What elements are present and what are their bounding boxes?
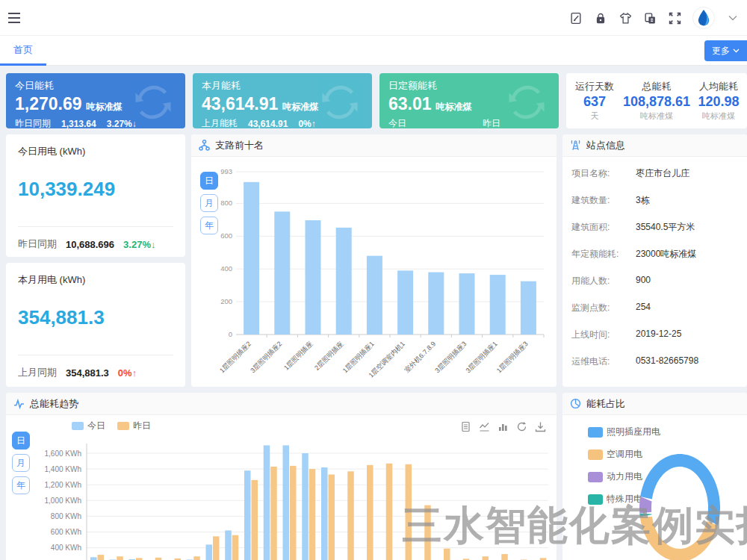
- svg-text:1,600 KWh: 1,600 KWh: [45, 449, 81, 458]
- more-button-label: 更多: [712, 45, 730, 57]
- svg-text:3层照明插座2: 3层照明插座2: [249, 340, 283, 374]
- svg-text:1层照明插座3: 1层照明插座3: [495, 340, 530, 374]
- stat-unit: 吨标准煤: [690, 111, 747, 122]
- svg-text:1层照明插座2: 1层照明插座2: [218, 340, 252, 374]
- kpi-card-daily-quota-energy: 日定额能耗 63.01吨标准煤 今日占比:2,016.54% 昨日占比:2,08…: [379, 73, 559, 128]
- kpi-value: 1,270.69: [15, 94, 82, 113]
- stat-running-days: 运行天数 637 天: [566, 80, 623, 122]
- usage-title: 本月用电 (kWh): [18, 273, 173, 287]
- energy-share-panel: 能耗占比 照明插座用电 空调用电 动力用电 特殊用电: [562, 393, 747, 560]
- kpi-share-label: 昨日占比:: [483, 117, 501, 128]
- stat-value: 120.98: [690, 94, 747, 110]
- lock-icon[interactable]: [594, 11, 607, 25]
- site-info-rows: 项目名称:枣庄市台儿庄 建筑数量:3栋 建筑面积:35540.5平方米 年定额能…: [562, 157, 747, 382]
- tab-bar: 首页 更多: [0, 36, 747, 66]
- branch-panel-header: 支路前十名: [191, 134, 557, 157]
- site-row: 监测点数:254: [571, 302, 738, 329]
- svg-text:1,000 KWh: 1,000 KWh: [45, 497, 81, 505]
- kpi-unit: 吨标准煤: [282, 102, 318, 112]
- svg-text:400: 400: [220, 264, 232, 273]
- usage-card-month: 本月用电 (kWh) 354,881.3 上月同期 354,881.3 0%↑: [6, 263, 185, 387]
- branch-panel-title: 支路前十名: [215, 139, 264, 152]
- kpi-value: 63.01: [388, 94, 432, 113]
- energy-trend-chart: 1,600 KWh1,400 KWh1,200 KWh1,000 KWh800 …: [6, 429, 557, 560]
- trend-pulse-icon: [13, 398, 25, 409]
- svg-text:400 KWh: 400 KWh: [51, 544, 81, 552]
- more-chevron-icon: [733, 49, 740, 53]
- usage-card-today: 今日用电 (kWh) 10,339.249 昨日同期 10,688.696 3.…: [6, 134, 185, 257]
- usage-compare-label: 昨日同期: [18, 237, 57, 251]
- trend-panel-title: 总能耗趋势: [30, 397, 78, 411]
- kpi-delta: 0%↑: [298, 119, 315, 129]
- share-panel-title: 能耗占比: [586, 397, 625, 411]
- svg-text:1层照明插座1: 1层照明插座1: [341, 340, 376, 374]
- copy-icon[interactable]: [643, 11, 657, 25]
- usage-delta: 0%↑: [118, 367, 137, 379]
- stat-value: 637: [566, 94, 623, 110]
- site-row: 运维电话:0531-82665798: [571, 355, 738, 382]
- svg-text:0: 0: [229, 330, 232, 338]
- recycle-icon: [318, 81, 362, 127]
- svg-text:1,200 KWh: 1,200 KWh: [45, 481, 81, 489]
- top-bar: [0, 0, 747, 36]
- svg-text:800 KWh: 800 KWh: [51, 512, 81, 520]
- signal-tower-icon: [570, 140, 581, 151]
- stats-card: 运行天数 637 天 总能耗 108,878.61 吨标准煤 人均能耗 120.…: [566, 73, 747, 128]
- kpi-compare-label: 上月能耗: [202, 117, 238, 128]
- svg-text:200: 200: [220, 297, 232, 305]
- fullscreen-icon[interactable]: [668, 11, 681, 25]
- stat-per-capita-energy: 人均能耗 120.98 吨标准煤: [690, 80, 747, 122]
- branch-top10-chart: 02004006008009931层照明插座23层照明插座21层照明插座2层照明…: [215, 163, 553, 387]
- site-row: 年定额能耗:23000吨标准煤: [571, 248, 738, 275]
- usage-value: 10,339.249: [18, 178, 173, 201]
- stat-unit: 吨标准煤: [623, 111, 690, 122]
- recycle-icon: [131, 81, 175, 127]
- topbar-actions: [569, 0, 740, 36]
- tab-home[interactable]: 首页: [0, 36, 46, 66]
- usage-compare-value: 354,881.3: [66, 367, 109, 379]
- site-info-header: 站点信息: [562, 134, 747, 157]
- energy-share-donut: [562, 415, 747, 560]
- edit-note-icon[interactable]: [569, 11, 583, 25]
- kpi-compare-value: 43,614.91: [248, 119, 288, 129]
- chevron-down-icon[interactable]: [726, 11, 740, 25]
- divider: [18, 226, 173, 227]
- usage-compare-label: 上月同期: [18, 366, 57, 379]
- t-shirt-icon[interactable]: [619, 11, 632, 25]
- branch-top10-panel: 支路前十名 日 月 年 02004006008009931层照明插座23层照明插…: [191, 134, 557, 387]
- stat-total-energy: 总能耗 108,878.61 吨标准煤: [623, 80, 690, 122]
- water-drop-logo[interactable]: [692, 7, 715, 29]
- kpi-compare-value: 1,313.64: [61, 119, 96, 129]
- svg-text:2层照明插座: 2层照明插座: [313, 340, 344, 371]
- svg-text:3层照明插座3: 3层照明插座3: [433, 340, 468, 374]
- kpi-share-label: 今日占比:: [388, 117, 407, 128]
- kpi-compare-label: 昨日同期: [15, 117, 51, 128]
- kpi-value: 43,614.91: [202, 94, 278, 113]
- site-row: 上线时间:2019-12-25: [571, 329, 738, 355]
- trend-panel-header: 总能耗趋势: [6, 393, 557, 415]
- svg-text:600: 600: [220, 231, 232, 240]
- svg-text:3层照明插座1: 3层照明插座1: [465, 340, 499, 374]
- kpi-card-today-energy: 今日能耗 1,270.69吨标准煤 昨日同期1,313.643.27%↓: [6, 73, 185, 128]
- svg-text:室外机6.7.8.9: 室外机6.7.8.9: [403, 340, 438, 374]
- svg-text:993: 993: [220, 167, 232, 175]
- site-info-title: 站点信息: [586, 139, 625, 152]
- stat-label: 总能耗: [623, 80, 690, 93]
- site-info-panel: 站点信息 项目名称:枣庄市台儿庄 建筑数量:3栋 建筑面积:35540.5平方米…: [562, 134, 747, 387]
- more-button[interactable]: 更多: [704, 40, 747, 61]
- usage-compare-value: 10,688.696: [66, 239, 114, 250]
- tab-home-label: 首页: [13, 43, 33, 57]
- svg-text:1层照明插座: 1层照明插座: [282, 340, 314, 371]
- divider: [18, 355, 173, 355]
- hamburger-menu-icon[interactable]: [7, 11, 22, 25]
- svg-text:800: 800: [220, 199, 232, 207]
- recycle-icon: [505, 81, 548, 127]
- site-row: 建筑数量:3栋: [571, 194, 738, 221]
- branch-circuit-icon: [199, 140, 210, 151]
- usage-value: 354,881.3: [18, 306, 173, 329]
- stat-label: 运行天数: [566, 80, 623, 93]
- stat-label: 人均能耗: [690, 80, 747, 93]
- site-row: 用能人数:900: [571, 275, 738, 302]
- kpi-unit: 吨标准煤: [436, 102, 472, 112]
- site-row: 项目名称:枣庄市台儿庄: [571, 167, 738, 194]
